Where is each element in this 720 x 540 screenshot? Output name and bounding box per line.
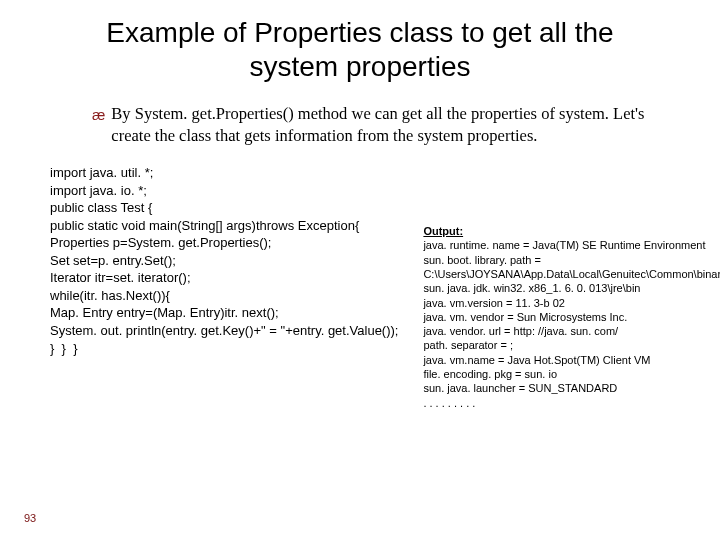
output-line: sun. java. launcher = SUN_STANDARD	[423, 381, 720, 395]
code-line: while(itr. has.Next()){	[50, 287, 415, 305]
code-block: import java. util. *; import java. io. *…	[50, 164, 415, 357]
output-line: . . . . . . . . .	[423, 396, 720, 410]
page-number: 93	[24, 512, 36, 524]
slide: Example of Properties class to get all t…	[0, 0, 720, 540]
content-columns: import java. util. *; import java. io. *…	[30, 164, 690, 410]
output-line: java. vm. vendor = Sun Microsystems Inc.	[423, 310, 720, 324]
output-line: java. vendor. url = http: //java. sun. c…	[423, 324, 720, 338]
code-line: Iterator itr=set. iterator();	[50, 269, 415, 287]
output-block: Output: java. runtime. name = Java(TM) S…	[423, 224, 720, 410]
code-line: System. out. println(entry. get.Key()+" …	[50, 322, 415, 340]
code-line: public static void main(String[] args)th…	[50, 217, 415, 235]
output-line: sun. boot. library. path = C:\Users\JOYS…	[423, 253, 720, 296]
code-line: Properties p=System. get.Properties();	[50, 234, 415, 252]
code-line: Map. Entry entry=(Map. Entry)itr. next()…	[50, 304, 415, 322]
output-line: path. separator = ;	[423, 338, 720, 352]
bullet-row: æ By System. get.Properties() method we …	[30, 103, 690, 146]
slide-title: Example of Properties class to get all t…	[30, 16, 690, 83]
code-line: Set set=p. entry.Set();	[50, 252, 415, 270]
code-line: import java. io. *;	[50, 182, 415, 200]
code-line: import java. util. *;	[50, 164, 415, 182]
output-line: file. encoding. pkg = sun. io	[423, 367, 720, 381]
output-line: java. vm.name = Java Hot.Spot(TM) Client…	[423, 353, 720, 367]
bullet-text: By System. get.Properties() method we ca…	[111, 103, 660, 146]
code-line: } } }	[50, 340, 415, 358]
code-line: public class Test {	[50, 199, 415, 217]
output-line: java. vm.version = 11. 3-b 02	[423, 296, 720, 310]
output-line: java. runtime. name = Java(TM) SE Runtim…	[423, 238, 720, 252]
output-heading: Output:	[423, 224, 720, 238]
bullet-icon: æ	[92, 105, 105, 125]
